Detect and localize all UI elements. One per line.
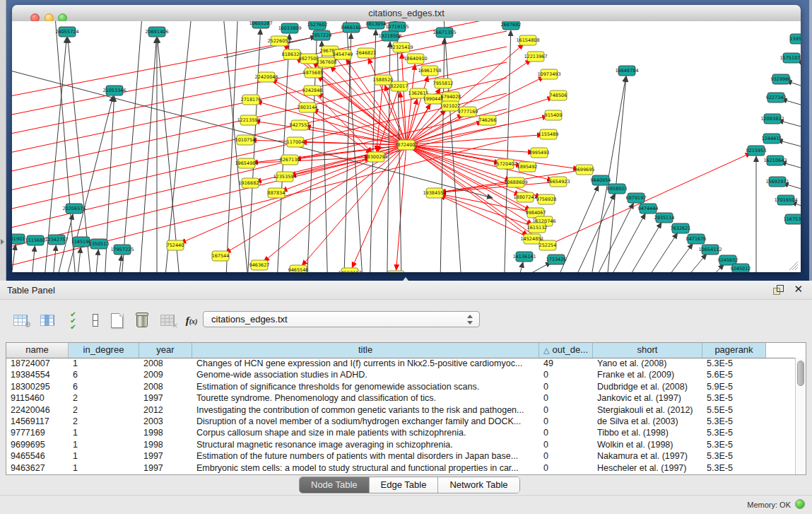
graph-node[interactable]: 1244415 [762,134,782,144]
graph-node[interactable]: 14569117 [338,268,361,272]
graph-node[interactable]: 9465546 [288,265,309,272]
graph-node[interactable]: 19384554 [423,188,446,198]
graph-node[interactable]: 21053346 [102,86,126,95]
graph-node[interactable]: 5875685 [303,68,324,78]
table-row[interactable]: 2242004622012Investigating the contribut… [6,404,795,416]
graph-node[interactable]: 6879197 [626,193,647,203]
graph-node[interactable]: 9463627 [249,260,270,270]
memory-status-indicator[interactable] [795,499,805,509]
graph-node[interactable]: 9227343 [766,93,787,103]
graph-edge[interactable] [12,245,16,272]
graph-edge[interactable] [436,262,551,272]
graph-edge[interactable] [91,250,98,272]
close-panel-icon[interactable]: ✕ [794,283,803,296]
table-row[interactable]: 1938455462009Genome-wide association stu… [6,369,795,380]
graph-node[interactable]: 1115688 [25,235,46,245]
graph-node[interactable]: 12213599 [237,115,260,125]
graph-node[interactable]: 18640910 [404,54,427,64]
graph-node[interactable]: 12325419 [389,42,413,52]
graph-edge[interactable] [406,135,543,145]
graph-edge[interactable] [777,140,801,153]
graph-node[interactable]: 8813054 [366,21,387,29]
graph-node[interactable]: 9329966 [771,74,792,84]
graph-edge[interactable] [617,233,678,272]
tab-node-table[interactable]: Node Table [300,477,370,493]
graph-node[interactable]: 1155489 [539,129,559,139]
graph-node[interactable]: 16671355 [433,28,456,37]
graph-node[interactable]: 17016504 [774,195,797,205]
graph-edge[interactable] [346,59,406,145]
graph-edge[interactable] [302,145,406,266]
graph-node[interactable]: 10654112 [698,245,722,255]
scrollbar-thumb[interactable] [797,361,804,386]
table-row[interactable]: 946554611997Estimation of the future num… [6,450,795,462]
graph-node[interactable]: 16961758 [418,66,441,76]
graph-node[interactable]: 16654923 [546,177,570,187]
graph-edge[interactable] [443,21,464,272]
table-row[interactable]: 911546021997Tourette syndrome. Phenomeno… [6,392,795,404]
graph-node[interactable]: 931901 [12,234,25,244]
graph-node[interactable]: 9245012 [731,264,751,272]
graph-node[interactable]: 10719155 [385,22,408,32]
graph-node[interactable]: 2718176 [241,95,261,105]
graph-edge[interactable] [778,120,801,133]
table-row[interactable]: 1456911722003Disruption of a novel membe… [6,416,795,427]
graph-node[interactable]: 9115460 [386,271,406,272]
graph-node[interactable]: 2646821 [356,48,377,58]
graph-node[interactable]: 8471676 [686,234,707,244]
graph-node[interactable]: 746266 [479,115,497,125]
network-canvas-container[interactable]: 1872400722420046271817612213599101075419… [12,21,801,272]
graph-node[interactable]: 19654985 [235,158,258,168]
graph-node[interactable]: 10688609 [504,177,527,187]
graph-node[interactable]: 16648784 [615,66,638,76]
graph-node[interactable]: 1527602 [307,21,328,30]
column-header-out_de[interactable]: △out_de... [539,343,593,358]
graph-node[interactable]: 748506 [550,90,567,100]
graph-node[interactable]: 12353594 [273,172,296,182]
graph-node[interactable]: 12213967 [524,52,547,62]
graph-node[interactable]: 2687682 [501,21,522,30]
graph-edge[interactable] [28,246,35,272]
graph-edge[interactable] [49,245,56,272]
float-panel-icon[interactable] [773,285,784,294]
graph-node[interactable]: 17957225 [110,245,134,255]
graph-edge[interactable] [401,53,406,145]
network-window[interactable]: citations_edges.txt 18724007224200462718… [12,5,801,272]
graph-node[interactable]: 16154808 [516,35,539,45]
graph-node[interactable]: 159583 [790,34,801,44]
graph-node[interactable]: 8958923 [607,184,628,194]
import-table-icon[interactable]: ✕ [157,310,178,331]
new-table-icon[interactable] [106,310,127,331]
graph-node[interactable]: 14136141 [512,252,536,262]
graph-edge[interactable] [572,203,633,272]
graph-edge[interactable] [406,99,417,145]
graph-node[interactable]: 822017 [391,81,408,91]
graph-node[interactable]: 8267130 [280,155,300,165]
graph-node[interactable]: 12093832 [760,114,784,124]
graph-node[interactable]: 887834 [268,188,286,198]
graph-node[interactable]: 9777169 [458,107,478,117]
graph-node[interactable]: 7632621 [671,223,691,233]
graph-node[interactable]: 7857224 [312,30,332,40]
graph-node[interactable]: 20691406 [145,27,168,37]
graph-node[interactable]: 2803144 [298,103,318,112]
graph-node[interactable]: 8454749 [333,49,353,59]
graph-node[interactable]: 1350513 [89,239,110,249]
row-height-icon[interactable] [85,310,106,331]
graph-node[interactable]: 1167531 [784,214,801,224]
graph-edge[interactable] [158,37,184,272]
graph-node[interactable]: 915409 [545,110,563,120]
table-vertical-scrollbar[interactable] [795,358,806,474]
graph-node[interactable]: 752440 [167,240,184,250]
graph-edge[interactable] [113,255,122,272]
table-row[interactable]: 969969511998Structural magnetic resonanc… [6,439,795,450]
network-window-titlebar[interactable]: citations_edges.txt [12,5,801,22]
graph-edge[interactable] [275,34,290,272]
graph-node[interactable]: 9242848 [302,86,323,95]
graph-node[interactable]: 1010754 [235,135,256,145]
table-row[interactable]: 1872400712008Changes of HCN gene express… [6,358,795,369]
graph-node[interactable]: 2935114 [654,213,675,223]
graph-node[interactable]: 16033809 [278,23,301,33]
graph-edge[interactable] [603,76,626,272]
graph-node[interactable]: 10655287 [249,21,272,28]
